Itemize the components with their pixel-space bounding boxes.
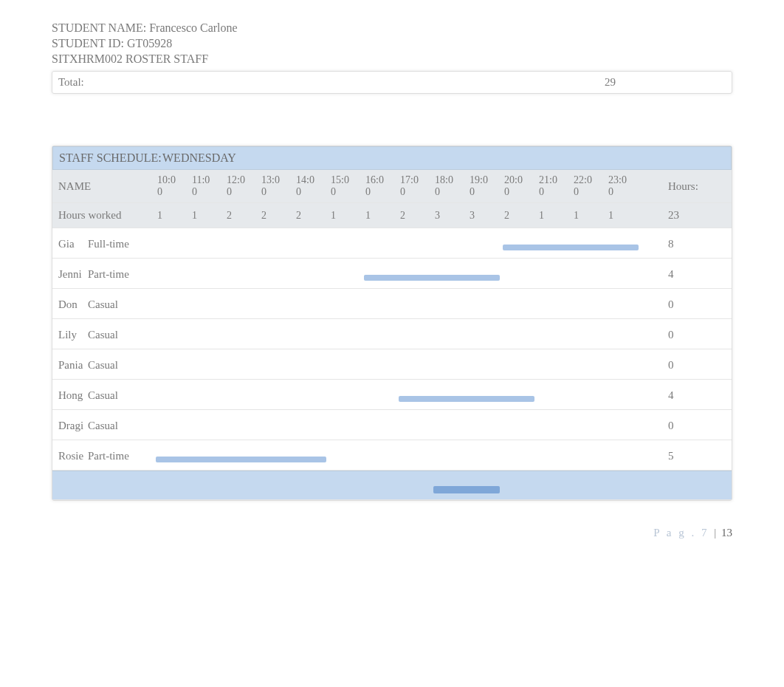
- staff-time-cell: [537, 269, 572, 278]
- shift-bar: [399, 396, 534, 402]
- staff-time-cell: [156, 299, 190, 308]
- staff-name-cell: PaniaCasual: [52, 352, 156, 377]
- staff-time-cell: [156, 239, 190, 247]
- staff-time-cell: [190, 329, 225, 338]
- staff-row: LilyCasual0: [52, 319, 732, 349]
- staff-hours-cell: 5: [665, 444, 732, 467]
- staff-time-cell: [503, 451, 537, 459]
- staff-time-cell: [537, 390, 572, 399]
- staff-role: Casual: [88, 298, 118, 311]
- staff-time-cell: [468, 329, 503, 338]
- student-id-line: STUDENT ID: GT05928: [52, 36, 732, 52]
- staff-hours-cell: 0: [665, 353, 732, 376]
- time-header-cell: 13:00: [260, 170, 295, 202]
- staff-time-cell: [399, 329, 433, 338]
- staff-time-cell: [329, 451, 364, 459]
- staff-time-cell: [225, 299, 260, 308]
- time-header-cell: 16:00: [364, 170, 399, 202]
- time-header-cell: 17:00: [399, 170, 433, 202]
- shift-bar: [364, 275, 500, 281]
- time-header-cell: 22:00: [572, 170, 607, 202]
- staff-time-cell: [329, 420, 364, 429]
- staff-name-cell: DonCasual: [52, 291, 156, 317]
- bottom-accent-row: [52, 471, 732, 500]
- hours-worked-cell: 1: [607, 205, 642, 226]
- staff-time-cell: [364, 239, 399, 247]
- staff-time-cell: [537, 299, 572, 308]
- staff-role: Casual: [88, 329, 118, 341]
- schedule-table: STAFF SCHEDULE: WEDNESDAY NAME 10:0011:0…: [52, 146, 732, 501]
- hours-worked-cell: 1: [572, 205, 607, 226]
- staff-hours-cell: 0: [665, 414, 732, 437]
- staff-time-cell: [433, 451, 468, 459]
- staff-time-cell: [190, 390, 225, 399]
- staff-time-cell: [260, 269, 295, 278]
- staff-time-cell: [156, 390, 190, 399]
- hours-worked-cell: 1: [190, 205, 225, 226]
- staff-time-cell: [399, 360, 433, 369]
- staff-time-cell: [156, 420, 190, 429]
- staff-name-cell: RosiePart-time: [52, 442, 156, 468]
- hours-worked-row: Hours worked 11222112332111 23: [52, 203, 732, 228]
- staff-time-cols: [156, 299, 665, 308]
- staff-time-cell: [364, 420, 399, 429]
- document-page: STUDENT NAME: Francesco Carlone STUDENT …: [0, 0, 784, 687]
- staff-time-cell: [572, 360, 607, 369]
- staff-time-cell: [260, 390, 295, 399]
- hours-worked-cell: 2: [260, 205, 295, 226]
- staff-time-cell: [468, 451, 503, 459]
- staff-name-cell: JenniPart-time: [52, 261, 156, 287]
- staff-time-cell: [607, 420, 642, 429]
- staff-time-cell: [607, 299, 642, 308]
- staff-time-cell: [503, 299, 537, 308]
- staff-time-cell: [295, 329, 329, 338]
- staff-time-cell: [156, 329, 190, 338]
- schedule-title-left: STAFF SCHEDULE:: [59, 151, 162, 165]
- hours-worked-cell: 2: [503, 205, 537, 226]
- staff-hours-cell: 8: [665, 232, 732, 255]
- student-name-value: Francesco Carlone: [149, 21, 238, 34]
- staff-time-cell: [295, 299, 329, 308]
- staff-time-cell: [503, 360, 537, 369]
- staff-time-cell: [468, 239, 503, 247]
- header-row: NAME 10:0011:0012:0013:0014:0015:0016:00…: [52, 170, 732, 203]
- staff-time-cell: [537, 420, 572, 429]
- time-header-cell: 12:00: [225, 170, 260, 202]
- student-id-value: GT05928: [127, 37, 172, 49]
- hours-worked-total: 23: [665, 205, 732, 226]
- staff-time-cols: [156, 420, 665, 429]
- staff-time-cell: [433, 329, 468, 338]
- staff-hours-cell: 0: [665, 293, 732, 315]
- course-line: SITXHRM002 ROSTER STAFF: [52, 52, 732, 67]
- name-header: NAME: [52, 174, 156, 199]
- staff-time-cell: [295, 420, 329, 429]
- staff-time-cell: [329, 360, 364, 369]
- staff-first-name: Jenni: [58, 268, 86, 281]
- staff-role: Casual: [88, 359, 118, 372]
- shift-bar: [156, 457, 326, 462]
- staff-time-cell: [503, 329, 537, 338]
- staff-time-cell: [225, 269, 260, 278]
- staff-time-cell: [572, 299, 607, 308]
- staff-row: GiaFull-time8: [52, 228, 732, 259]
- staff-row: DonCasual0: [52, 289, 732, 319]
- staff-time-cell: [295, 390, 329, 399]
- staff-time-cell: [190, 360, 225, 369]
- staff-time-cell: [364, 390, 399, 399]
- staff-role: Part-time: [88, 268, 129, 281]
- document-header: STUDENT NAME: Francesco Carlone STUDENT …: [52, 21, 732, 66]
- staff-time-cell: [433, 360, 468, 369]
- staff-time-cell: [468, 299, 503, 308]
- staff-time-cell: [537, 360, 572, 369]
- staff-time-cell: [329, 239, 364, 247]
- staff-hours-cell: 4: [665, 262, 732, 285]
- staff-time-cell: [295, 269, 329, 278]
- staff-time-cell: [433, 239, 468, 247]
- hours-worked-values: 11222112332111: [156, 205, 665, 226]
- staff-time-cell: [190, 269, 225, 278]
- staff-time-cell: [399, 451, 433, 459]
- staff-first-name: Pania: [58, 359, 86, 372]
- staff-row: HongCasual4: [52, 380, 732, 410]
- staff-time-cell: [607, 451, 642, 459]
- staff-time-cell: [295, 239, 329, 247]
